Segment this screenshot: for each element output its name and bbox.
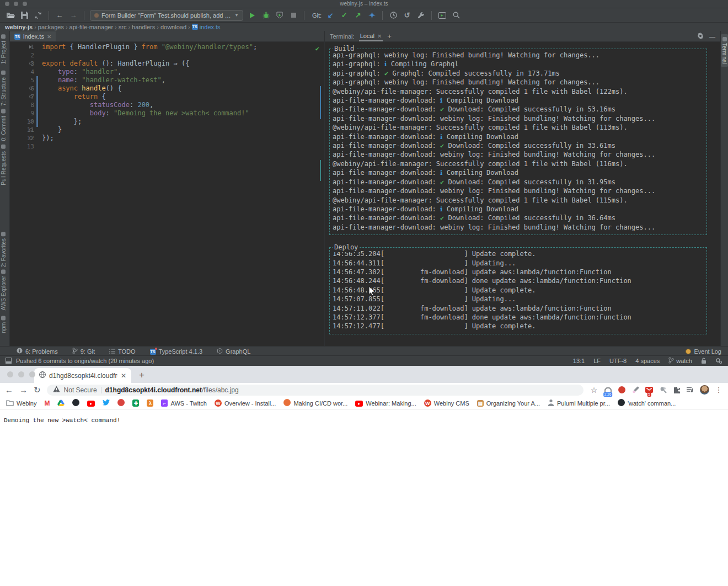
toolwindow-button-terminal[interactable]: Terminal <box>721 34 728 67</box>
minimize-window-button[interactable] <box>14 2 18 6</box>
mail-extension-icon[interactable]: 5 <box>645 386 654 395</box>
git-push-icon[interactable]: ↗ <box>353 10 363 20</box>
bookmark-item[interactable]: Pulumi Multiple pr... <box>548 399 610 407</box>
rollback-icon[interactable]: ↺ <box>402 10 412 20</box>
statusbar-item-problems[interactable]: 6: Problems <box>17 348 58 355</box>
bookmark-item[interactable]: ⌐AWS - Twitch <box>161 399 206 407</box>
fold-marker-icon[interactable] <box>29 120 33 123</box>
bookmark-item[interactable]: Webiny <box>6 399 36 407</box>
statusbar-item-todo[interactable]: TODO <box>109 348 136 355</box>
minimize-panel-icon[interactable]: — <box>709 33 715 40</box>
bookmark-item[interactable]: ✚ <box>132 399 139 407</box>
bookmark-item[interactable]: M <box>44 399 50 407</box>
git-commit-icon[interactable]: ✓ <box>339 10 349 20</box>
breadcrumb-item[interactable]: download <box>160 24 186 30</box>
bookmark-item[interactable]: WOverview - Install... <box>215 399 276 407</box>
close-icon[interactable]: ✕ <box>377 33 382 39</box>
minimize-window-button[interactable] <box>18 371 24 377</box>
breadcrumb-item[interactable]: api-file-manager <box>69 24 113 30</box>
settings-wrench-icon[interactable] <box>416 10 426 20</box>
terminal-settings-gear-icon[interactable] <box>697 33 704 40</box>
address-bar[interactable]: Not Secure d1hgd8csopkt4i.cloudfront.net… <box>47 385 584 396</box>
breadcrumb-item[interactable]: handlers <box>132 24 155 30</box>
chrome-menu-icon[interactable]: ⋮ <box>714 386 723 395</box>
bookmark-item[interactable]: WWebiny CMS <box>424 399 469 407</box>
notes-extension-icon[interactable] <box>659 386 667 395</box>
bookmark-item[interactable] <box>87 399 95 407</box>
new-terminal-tab-button[interactable]: + <box>387 32 392 40</box>
statusbar-item-graphql[interactable]: GraphQL <box>217 348 250 355</box>
back-icon[interactable]: ← <box>5 386 13 394</box>
git-branch[interactable]: watch <box>668 357 692 365</box>
toolwindow-button-aws-explorer[interactable]: AWS Explorer <box>1 269 7 310</box>
debug-icon[interactable] <box>261 10 271 20</box>
run-window-icon[interactable] <box>437 10 447 20</box>
search-icon[interactable] <box>451 10 461 20</box>
bookmark-item[interactable] <box>72 399 79 407</box>
adblock-extension-icon[interactable] <box>617 386 626 395</box>
editor-tab-index-ts[interactable]: TS index.ts ✕ <box>10 31 56 41</box>
profile-avatar[interactable] <box>700 385 709 395</box>
media-list-icon[interactable] <box>686 386 695 395</box>
statusbar-item-git[interactable]: 9: Git <box>72 348 95 355</box>
macos-traffic-lights[interactable] <box>7 371 35 377</box>
extensions-puzzle-icon[interactable] <box>672 386 681 395</box>
settings-gears-icon[interactable] <box>715 358 722 364</box>
toolwindow-button--project[interactable]: 1: Project <box>1 34 7 64</box>
close-icon[interactable]: ✕ <box>47 34 51 40</box>
breadcrumb-item[interactable]: src <box>119 24 127 30</box>
bookmark-item[interactable]: Making CI/CD wor... <box>283 399 347 407</box>
macos-traffic-lights[interactable] <box>5 2 27 6</box>
statusbar-item-typescript[interactable]: TSTypeScript 4.1.3 <box>150 348 203 355</box>
fold-marker-icon[interactable] <box>29 95 33 98</box>
toolwindow-button-pull-requests[interactable]: Pull Requests <box>1 145 7 185</box>
close-window-button[interactable] <box>7 371 13 377</box>
toolwindow-button--structure[interactable]: 7: Structure <box>1 71 7 106</box>
code-editor[interactable]: 12345678910111213 import { HandlerPlugin… <box>10 42 324 346</box>
run-coverage-icon[interactable] <box>275 10 285 20</box>
status-message[interactable]: Pushed 6 commits to origin/watch (20 min… <box>16 358 154 364</box>
security-label[interactable]: Not Secure <box>64 386 97 394</box>
toolwindow-button-npm[interactable]: npm <box>1 316 7 333</box>
bookmark-item[interactable] <box>103 399 110 407</box>
forward-icon[interactable]: → <box>68 10 78 20</box>
readonly-lock-icon[interactable] <box>701 358 706 364</box>
toolwindow-button--favorites[interactable]: 2: Favorites <box>1 232 7 267</box>
history-clock-icon[interactable] <box>388 10 398 20</box>
close-window-button[interactable] <box>5 2 9 6</box>
breadcrumb-item[interactable]: packages <box>38 24 64 30</box>
terminal-tab-local[interactable]: Local ✕ <box>359 31 383 41</box>
fold-marker-icon[interactable] <box>29 136 33 140</box>
aws-cost-extension-icon[interactable]: 2.26 <box>603 386 612 395</box>
line-separator[interactable]: LF <box>593 358 601 364</box>
forward-icon[interactable]: → <box>19 386 28 394</box>
bookmark-item[interactable]: 'watch' comman... <box>618 399 676 407</box>
indent-setting[interactable]: 4 spaces <box>635 358 660 364</box>
bookmark-item[interactable] <box>117 399 125 407</box>
save-icon[interactable] <box>19 10 29 20</box>
zoom-window-button[interactable] <box>23 2 27 6</box>
caret-position[interactable]: 13:1 <box>573 358 585 364</box>
back-icon[interactable]: ← <box>55 10 65 20</box>
run-config-select[interactable]: Form Builder "Form" Test.should publish,… <box>90 10 243 21</box>
fold-marker-icon[interactable] <box>29 62 33 65</box>
bookmark-item[interactable]: λ <box>147 399 153 407</box>
toolwindow-button--commit[interactable]: 0: Commit <box>1 109 7 141</box>
toolwindow-toggle-icon[interactable] <box>6 358 12 365</box>
colorpicker-extension-icon[interactable] <box>631 386 640 395</box>
encoding[interactable]: UTF-8 <box>609 358 627 364</box>
fold-marker-icon[interactable] <box>29 87 33 90</box>
breadcrumb-item[interactable]: TSindex.ts <box>192 24 221 30</box>
fold-arrow-icon[interactable] <box>29 45 32 49</box>
event-log-button[interactable]: Event Log <box>686 348 721 355</box>
fold-marker-icon[interactable] <box>29 128 33 131</box>
bookmark-star-icon[interactable]: ☆ <box>590 386 598 395</box>
bookmark-item[interactable] <box>57 399 65 407</box>
zoom-window-button[interactable] <box>29 371 35 377</box>
terminal-output[interactable]: Build api-graphql: webiny log: Finished … <box>325 42 720 346</box>
run-button[interactable] <box>247 10 257 20</box>
git-cherry-pick-icon[interactable] <box>367 10 377 20</box>
bookmark-item[interactable]: Webinar: Making... <box>355 399 416 407</box>
bookmark-item[interactable]: ▤Organizing Your A... <box>477 399 540 407</box>
sync-icon[interactable] <box>33 10 43 20</box>
